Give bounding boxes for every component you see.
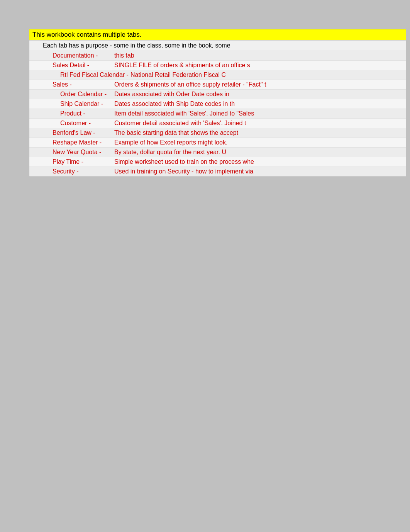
tab-row[interactable]: Sales Detail -SINGLE FILE of orders & sh… xyxy=(29,61,406,70)
tab-description: The basic starting data that shows the a… xyxy=(114,129,406,136)
tab-row[interactable]: Rtl Fed Fiscal Calendar -National Retail… xyxy=(29,70,406,80)
tab-name: Benford's Law - xyxy=(29,129,114,136)
tab-row[interactable]: Reshape Master -Example of how Excel rep… xyxy=(29,138,406,148)
workbook-subheader: Each tab has a purpose - some in the cla… xyxy=(29,41,406,51)
tab-name: Rtl Fed Fiscal Calendar - xyxy=(29,71,130,78)
tab-name: New Year Quota - xyxy=(29,149,114,156)
tab-description: Dates associated with Ship Date codes in… xyxy=(114,100,406,107)
workbook-container: This workbook contains multiple tabs. Ea… xyxy=(29,29,406,177)
tab-description: Orders & shipments of an office supply r… xyxy=(114,81,406,88)
tab-name: Customer - xyxy=(29,120,114,127)
tab-name: Product - xyxy=(29,110,114,117)
tab-row[interactable]: Documentation -this tab xyxy=(29,51,406,61)
tab-name: Reshape Master - xyxy=(29,139,114,146)
tab-row[interactable]: Sales -Orders & shipments of an office s… xyxy=(29,80,406,90)
tab-name: Security - xyxy=(29,168,114,175)
tab-row[interactable]: Benford's Law -The basic starting data t… xyxy=(29,128,406,138)
tab-name: Sales Detail - xyxy=(29,62,114,69)
workbook-header: This workbook contains multiple tabs. xyxy=(29,29,406,41)
tab-description: Customer detail associated with 'Sales'.… xyxy=(114,120,406,127)
tab-row[interactable]: Order Calendar -Dates associated with Od… xyxy=(29,90,406,99)
tab-description: Example of how Excel reports might look. xyxy=(114,139,406,146)
tab-name: Play Time - xyxy=(29,158,114,165)
tab-name: Documentation - xyxy=(29,52,114,59)
tab-description: Used in training on Security - how to im… xyxy=(114,168,406,175)
tab-row[interactable]: Product -Item detail associated with 'Sa… xyxy=(29,109,406,119)
tab-row[interactable]: Play Time -Simple worksheet used to trai… xyxy=(29,157,406,167)
tab-description: National Retail Federation Fiscal C xyxy=(130,71,406,78)
tab-description: Dates associated with Oder Date codes in xyxy=(114,91,406,98)
tab-description: SINGLE FILE of orders & shipments of an … xyxy=(114,62,406,69)
tab-name: Ship Calendar - xyxy=(29,100,114,107)
tab-row[interactable]: Security -Used in training on Security -… xyxy=(29,167,406,177)
tab-name: Order Calendar - xyxy=(29,91,114,98)
tab-row[interactable]: New Year Quota -By state, dollar quota f… xyxy=(29,148,406,157)
tab-description: By state, dollar quota for the next year… xyxy=(114,149,406,156)
tab-description: Simple worksheet used to train on the pr… xyxy=(114,158,406,165)
tab-row[interactable]: Ship Calendar -Dates associated with Shi… xyxy=(29,99,406,109)
tab-description: Item detail associated with 'Sales'. Joi… xyxy=(114,110,406,117)
tab-name: Sales - xyxy=(29,81,114,88)
tab-row[interactable]: Customer -Customer detail associated wit… xyxy=(29,119,406,128)
tab-description: this tab xyxy=(114,52,406,59)
